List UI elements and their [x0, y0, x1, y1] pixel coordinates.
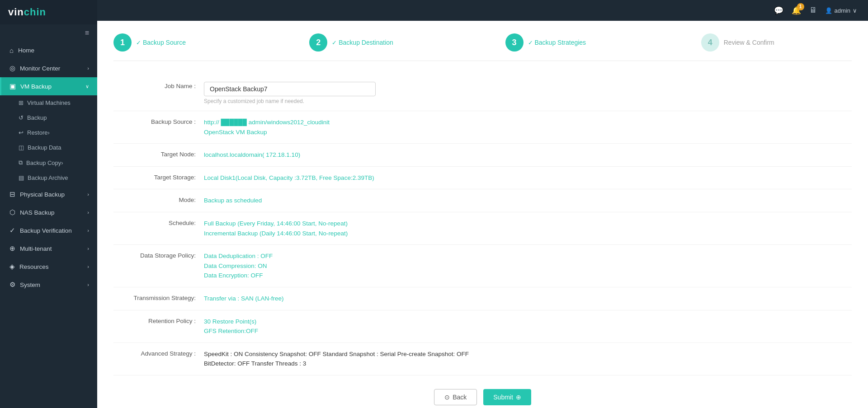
sidebar-item-backup-archive[interactable]: ▤ Backup Archive [0, 170, 97, 185]
backup-source-row: Backup Source : http:// ██████ admin/win… [113, 111, 852, 144]
backup-archive-icon: ▤ [19, 174, 24, 181]
sidebar-item-resources[interactable]: ◈ Resources › [0, 258, 97, 276]
schedule-label: Schedule: [113, 219, 204, 226]
schedule-row: Schedule: Full Backup (Every Friday, 14:… [113, 212, 852, 245]
sidebar-item-label: Resources [19, 263, 49, 270]
monitor-icon[interactable]: 🖥 [809, 6, 817, 15]
backup-data-icon: ◫ [19, 144, 24, 151]
retention-row: Retention Policy : 30 Restore Point(s) G… [113, 310, 852, 343]
job-name-field-wrapper: Specify a customized job name if needed. [204, 82, 376, 104]
username-label: admin [835, 7, 850, 14]
logo-vin: vin [8, 6, 24, 18]
chevron-right-icon: › [87, 192, 89, 197]
home-icon: ⌂ [9, 47, 14, 54]
step-3: 3 ✓ Backup Strategies [505, 33, 656, 52]
target-node-label: Target Node: [113, 150, 204, 158]
mode-label: Mode: [113, 196, 204, 203]
step-3-label: ✓ Backup Strategies [528, 39, 586, 46]
back-button[interactable]: ⊙ Back [434, 389, 477, 405]
user-dropdown-icon: ∨ [853, 7, 857, 14]
multi-tenant-icon: ⊕ [9, 244, 15, 253]
job-name-hint: Specify a customized job name if needed. [204, 98, 376, 104]
notification-bell[interactable]: 🔔 1 [792, 6, 801, 15]
sidebar-item-restore[interactable]: ↩ Restore › [0, 125, 97, 140]
sidebar-item-backup-data[interactable]: ◫ Backup Data [0, 140, 97, 155]
user-menu[interactable]: 👤 admin ∨ [825, 7, 857, 14]
advanced-value: SpeedKit : ON Consistency Snapshot: OFF … [204, 349, 852, 369]
retention-value: 30 Restore Point(s) GFS Retention:OFF [204, 317, 852, 336]
sidebar-sub-label: Backup Data [28, 144, 61, 151]
sidebar-item-backup[interactable]: ↺ Backup [0, 110, 97, 125]
mode-row: Mode: Backup as scheduled [113, 189, 852, 212]
logo: vinchin [0, 0, 97, 24]
system-icon: ⚙ [9, 281, 15, 289]
data-storage-row: Data Storage Policy: Data Deduplication … [113, 245, 852, 287]
sidebar-item-label: Monitor Center [20, 65, 60, 72]
data-storage-line1: Data Deduplication : OFF [204, 251, 852, 261]
step-1: 1 ✓ Backup Source [113, 33, 264, 52]
data-storage-line3: Data Encryption: OFF [204, 271, 852, 281]
schedule-line1: Full Backup (Every Friday, 14:46:00 Star… [204, 219, 852, 229]
chevron-right-icon: › [48, 129, 50, 136]
retention-line2: GFS Retention:OFF [204, 326, 852, 336]
backup-verification-icon: ✓ [9, 226, 15, 234]
target-storage-row: Target Storage: Local Disk1(Local Disk, … [113, 167, 852, 190]
sidebar-item-label: System [20, 281, 40, 288]
backup-source-line1: http:// ██████ admin/windows2012_cloudin… [204, 117, 852, 127]
advanced-line2: BitDetector: OFF Transfer Threads : 3 [204, 359, 852, 369]
sidebar-item-backup-verification[interactable]: ✓ Backup Verification › [0, 221, 97, 239]
sidebar-item-system[interactable]: ⚙ System › [0, 276, 97, 294]
sidebar-sub-label: Backup Copy [26, 159, 61, 166]
backup-source-value: http:// ██████ admin/windows2012_cloudin… [204, 117, 852, 137]
sidebar-hamburger[interactable]: ≡ [0, 24, 97, 42]
form-section: Job Name : Specify a customized job name… [113, 75, 852, 375]
step-3-circle: 3 [505, 33, 524, 52]
sidebar-item-label: Home [18, 47, 34, 54]
sidebar-item-virtual-machines[interactable]: ⊞ Virtual Machines [0, 95, 97, 110]
submit-button[interactable]: Submit ⊕ [483, 389, 531, 405]
notification-badge: 1 [797, 3, 804, 10]
physical-backup-icon: ⊟ [9, 190, 15, 198]
job-name-input[interactable] [204, 82, 376, 96]
submit-arrow-icon: ⊕ [516, 394, 521, 401]
step-1-check-icon: ✓ [136, 39, 141, 46]
data-storage-line2: Data Compression: ON [204, 261, 852, 271]
sidebar-sub-label: Restore [27, 129, 48, 136]
sidebar-item-label: Physical Backup [20, 191, 65, 198]
sidebar-sub-label: Backup [27, 114, 47, 121]
topbar: 💬 🔔 1 🖥 👤 admin ∨ [97, 0, 868, 21]
nas-backup-icon: ⬡ [9, 208, 15, 216]
virtual-machines-icon: ⊞ [19, 99, 24, 106]
backup-icon: ↺ [19, 114, 24, 121]
step-2-circle: 2 [309, 33, 327, 52]
sidebar-item-physical-backup[interactable]: ⊟ Physical Backup › [0, 185, 97, 203]
logo-chin: chin [24, 6, 46, 18]
sidebar-item-backup-copy[interactable]: ⧉ Backup Copy › [0, 155, 97, 170]
advanced-row: Advanced Strategy : SpeedKit : ON Consis… [113, 343, 852, 375]
backup-source-line2: OpenStack VM Backup [204, 127, 852, 137]
target-node-row: Target Node: localhost.localdomain( 172.… [113, 144, 852, 167]
advanced-label: Advanced Strategy : [113, 349, 204, 357]
sidebar-sub-label: Backup Archive [28, 174, 68, 181]
white-panel: 1 ✓ Backup Source 2 ✓ Backup Destination [97, 21, 868, 408]
sidebar-item-multi-tenant[interactable]: ⊕ Multi-tenant › [0, 239, 97, 258]
step-4-circle: 4 [701, 33, 719, 52]
submit-label: Submit [493, 394, 513, 401]
sidebar-item-monitor-center[interactable]: ◎ Monitor Center › [0, 59, 97, 77]
chevron-right-icon: › [87, 228, 89, 233]
chevron-down-icon: ∨ [85, 84, 89, 89]
step-2-check-icon: ✓ [332, 39, 337, 46]
sidebar-item-vm-backup[interactable]: ▣ VM Backup ∨ [0, 77, 97, 95]
back-label: Back [453, 394, 467, 401]
back-circle-icon: ⊙ [444, 394, 450, 401]
step-4: 4 Review & Confirm [701, 33, 852, 52]
step-3-check-icon: ✓ [528, 39, 533, 46]
comment-icon[interactable]: 💬 [774, 6, 783, 15]
mode-value: Backup as scheduled [204, 196, 852, 206]
sidebar-item-home[interactable]: ⌂ Home [0, 42, 97, 59]
chevron-right-icon: › [87, 210, 89, 215]
advanced-line1: SpeedKit : ON Consistency Snapshot: OFF … [204, 349, 852, 359]
content-area: 1 ✓ Backup Source 2 ✓ Backup Destination [97, 21, 868, 408]
sidebar-item-nas-backup[interactable]: ⬡ NAS Backup › [0, 203, 97, 221]
target-node-value: localhost.localdomain( 172.18.1.10) [204, 150, 852, 160]
